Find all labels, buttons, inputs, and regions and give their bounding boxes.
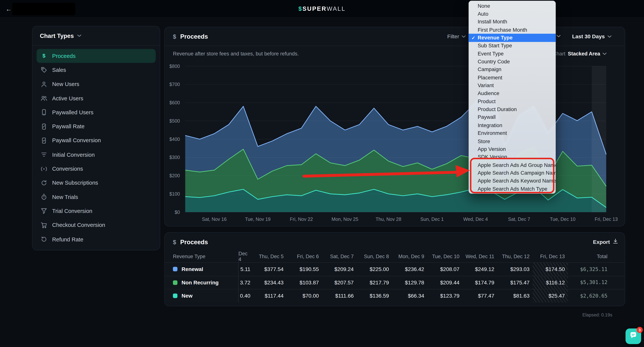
row-label-text: Renewal bbox=[182, 266, 203, 272]
sidebar-item-checkout-conversion[interactable]: Checkout Conversion bbox=[36, 218, 156, 232]
table-cell: $209.24 bbox=[322, 263, 357, 276]
sidebar-item-trial-conversion[interactable]: Trial Conversion bbox=[36, 204, 156, 218]
dropdown-option-apple-search-ads-keyword-name[interactable]: Apple Search Ads Keyword Name bbox=[468, 177, 556, 185]
table-row-new: New0.40$117.44$70.00$111.66$136.59$66.34… bbox=[165, 289, 624, 302]
row-label-text: Non Recurring bbox=[182, 279, 218, 286]
sidebar-item-new-users[interactable]: New Users bbox=[36, 77, 156, 91]
row-label-new: New bbox=[165, 289, 238, 302]
column-header-thu-dec-12: Thu, Dec 12 bbox=[498, 251, 533, 262]
table-cell: $209.44 bbox=[428, 276, 463, 289]
y-axis-label: $700 bbox=[170, 82, 180, 87]
dropdown-option-placement[interactable]: Placement bbox=[468, 74, 556, 82]
table-cell: $129.78 bbox=[392, 276, 428, 289]
dollar-icon: $ bbox=[41, 53, 47, 59]
sidebar-item-label: Checkout Conversion bbox=[52, 222, 105, 228]
sidebar-item-paywall-conversion[interactable]: Paywall Conversion bbox=[36, 134, 156, 148]
dropdown-option-environment[interactable]: Environment bbox=[468, 129, 556, 137]
dropdown-option-event-type[interactable]: Event Type bbox=[468, 50, 556, 58]
dropdown-option-label: First Purchase Month bbox=[478, 27, 527, 33]
dropdown-option-apple-search-ads-campaign-name[interactable]: Apple Search Ads Campaign Name bbox=[468, 169, 556, 177]
chat-bubble-icon bbox=[629, 331, 638, 342]
table-cell: 3.72 bbox=[238, 276, 252, 289]
sidebar-item-new-subscriptions[interactable]: New Subscriptions bbox=[36, 176, 156, 190]
sidebar-item-refund-rate[interactable]: Refund Rate bbox=[36, 232, 156, 246]
sidebar-item-conversions[interactable]: Conversions bbox=[36, 162, 156, 176]
chart-types-panel: Chart Types $ProceedsSalesNew UsersActiv… bbox=[32, 26, 160, 250]
table-cell: $117.44 bbox=[252, 289, 287, 302]
x-axis-label: Tue, Nov 19 bbox=[245, 216, 271, 222]
dollar-icon: $ bbox=[173, 239, 176, 245]
dropdown-option-audience[interactable]: Audience bbox=[468, 90, 556, 98]
table-cell: $174.79 bbox=[463, 276, 498, 289]
stacked-area-chart[interactable]: $0$100$200$300$400$500$600$700$800Sat, N… bbox=[165, 27, 626, 227]
x-axis-label: Mon, Nov 25 bbox=[332, 216, 358, 222]
table-cell: $236.42 bbox=[392, 263, 428, 276]
dropdown-option-app-version[interactable]: App Version bbox=[468, 145, 556, 153]
table-card-header: $ Proceeds Export bbox=[165, 233, 624, 251]
sidebar-item-new-trials[interactable]: New Trials bbox=[36, 190, 156, 204]
sidebar-item-initial-conversion[interactable]: Initial Conversion bbox=[36, 148, 156, 162]
column-header-revenue-type: Revenue Type bbox=[165, 251, 238, 262]
user-icon bbox=[41, 81, 47, 88]
sidebar-item-proceeds[interactable]: $Proceeds bbox=[36, 49, 156, 63]
export-label: Export bbox=[593, 239, 610, 245]
table-cell: $249.12 bbox=[463, 263, 498, 276]
dropdown-option-label: SDK Version bbox=[478, 154, 507, 160]
chat-widget-button[interactable]: 3 bbox=[626, 328, 641, 344]
dropdown-option-label: Event Type bbox=[478, 51, 504, 57]
column-header-fri-dec-6: Fri, Dec 6 bbox=[287, 251, 322, 262]
table-cell: $217.79 bbox=[357, 276, 392, 289]
chart-types-header[interactable]: Chart Types bbox=[32, 27, 160, 46]
dropdown-option-country-code[interactable]: Country Code bbox=[468, 58, 556, 66]
dropdown-option-label: Product bbox=[478, 99, 496, 105]
dropdown-option-label: Paywall bbox=[478, 115, 496, 120]
dropdown-option-label: Variant bbox=[478, 83, 494, 89]
sidebar-item-paywall-rate[interactable]: Paywall Rate bbox=[36, 119, 156, 134]
dropdown-option-apple-search-ads-match-type[interactable]: Apple Search Ads Match Type bbox=[468, 185, 556, 193]
check-icon: ✓ bbox=[472, 35, 475, 40]
dropdown-option-sub-start-type[interactable]: Sub Start Type bbox=[468, 42, 556, 50]
export-button[interactable]: Export bbox=[593, 233, 618, 251]
dropdown-option-variant[interactable]: Variant bbox=[468, 82, 556, 90]
column-header-fri-dec-13: Fri, Dec 13 bbox=[533, 251, 568, 262]
chart-types-list: $ProceedsSalesNew UsersActive UsersPaywa… bbox=[32, 46, 160, 250]
sidebar-item-label: Refund Rate bbox=[52, 236, 83, 242]
cart-icon bbox=[41, 222, 47, 228]
dropdown-option-product[interactable]: Product bbox=[468, 98, 556, 105]
sidebar-item-active-users[interactable]: Active Users bbox=[36, 91, 156, 105]
table-cell: $225.00 bbox=[357, 263, 392, 276]
dropdown-option-label: Apple Search Ads Campaign Name bbox=[478, 170, 556, 176]
sidebar-item-sales[interactable]: Sales bbox=[36, 63, 156, 77]
dropdown-option-none[interactable]: None bbox=[468, 2, 556, 10]
y-axis-label: $500 bbox=[170, 118, 180, 124]
dropdown-option-store[interactable]: Store bbox=[468, 137, 556, 145]
dropdown-option-auto[interactable]: Auto bbox=[468, 10, 556, 18]
elapsed-status: Elapsed: 0.19s bbox=[582, 312, 612, 317]
table-cell: $6,325.11 bbox=[568, 263, 624, 276]
rotate-ccw-icon bbox=[41, 236, 47, 242]
x-axis-label: Sat, Nov 16 bbox=[202, 216, 227, 222]
sidebar-item-paywalled-users[interactable]: Paywalled Users bbox=[36, 105, 156, 119]
table-cell: $66.34 bbox=[392, 289, 428, 302]
dropdown-option-paywall[interactable]: Paywall bbox=[468, 113, 556, 121]
sidebar-item-label: Paywall Rate bbox=[52, 123, 84, 130]
row-label-renewal: Renewal bbox=[165, 263, 238, 276]
table-cell: $111.66 bbox=[322, 289, 357, 302]
dropdown-option-apple-search-ads-ad-group-name[interactable]: Apple Search Ads Ad Group Name bbox=[468, 161, 556, 169]
table-cell: $70.00 bbox=[287, 289, 322, 302]
table-row-non-recurring: Non Recurring3.72$234.43$103.87$207.57$2… bbox=[165, 276, 624, 289]
dropdown-option-integration[interactable]: Integration bbox=[468, 121, 556, 129]
dropdown-option-sdk-version[interactable]: SDK Version bbox=[468, 153, 556, 161]
dropdown-option-revenue-type[interactable]: ✓Revenue Type bbox=[468, 34, 556, 42]
table-cell: $190.55 bbox=[287, 263, 322, 276]
series-color-chip bbox=[173, 280, 178, 285]
group-by-dropdown-menu: NoneAutoInstall MonthFirst Purchase Mont… bbox=[468, 1, 556, 193]
dropdown-option-install-month[interactable]: Install Month bbox=[468, 18, 556, 26]
column-header-thu-dec-5: Thu, Dec 5 bbox=[252, 251, 287, 262]
y-axis-label: $600 bbox=[170, 100, 180, 105]
dropdown-option-product-duration[interactable]: Product Duration bbox=[468, 105, 556, 113]
dropdown-option-campaign[interactable]: Campaign bbox=[468, 66, 556, 74]
sidebar-item-label: New Users bbox=[52, 81, 79, 87]
dropdown-option-first-purchase-month[interactable]: First Purchase Month bbox=[468, 26, 556, 34]
proceeds-table: Revenue TypeDec 4Thu, Dec 5Fri, Dec 6Sat… bbox=[165, 251, 624, 302]
